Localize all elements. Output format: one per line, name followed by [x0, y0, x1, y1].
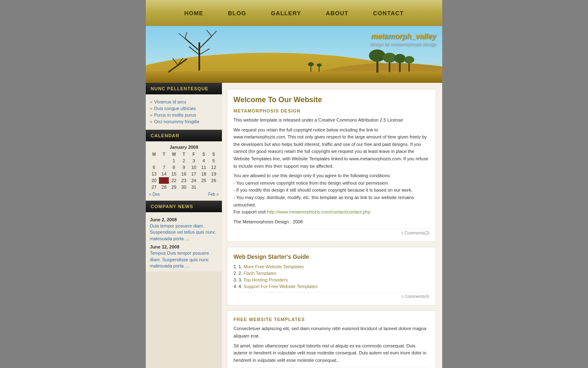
calendar-day[interactable]: 10	[189, 164, 199, 171]
calendar-header: F	[189, 151, 199, 157]
calendar-day	[159, 157, 169, 164]
calendar-day[interactable]: 24	[189, 177, 199, 184]
sidebar-section-links: NUNC PELLENTESQUE »Vivamus id arcu»Duis …	[146, 83, 222, 129]
calendar-day	[199, 184, 209, 190]
calendar-day[interactable]: 31	[189, 184, 199, 190]
starter-list-item: 3. Top Hosting Providers	[233, 277, 429, 282]
article3-body2: Sit amet, tation ullamcorper suscipit lo…	[233, 342, 429, 364]
sidebar-calendar-section: CALENDAR January 2008MTWTFSS123456789101…	[146, 130, 222, 200]
calendar-day[interactable]: 1	[169, 157, 179, 164]
calendar-day[interactable]: 22	[169, 177, 179, 184]
calendar-day[interactable]: 20	[149, 177, 159, 184]
article2-title: Web Design Starter's Guide	[233, 253, 429, 260]
sidebar-link-item: »Duis congue ultricies	[150, 106, 218, 111]
calendar-day[interactable]: 15	[169, 171, 179, 177]
calendar-day[interactable]: 14	[159, 171, 169, 177]
article1-body2: We request you retain the full copyright…	[233, 127, 429, 170]
calendar-day[interactable]: 16	[179, 171, 189, 177]
article3-subtitle: FREE WEBSITE TEMPLATES	[233, 317, 429, 322]
sidebar-links-content: »Vivamus id arcu»Duis congue ultricies»P…	[146, 94, 222, 129]
main-content: Welcome To Our Website METAMORPHOSIS DES…	[222, 83, 442, 368]
news-date: June 2, 2008	[150, 217, 218, 222]
calendar-day	[209, 184, 219, 190]
calendar-day[interactable]: 7	[159, 164, 169, 171]
calendar-day[interactable]: 18	[199, 171, 209, 177]
article3-body1: Consectetuer adipiscing elit, sed diam n…	[233, 325, 429, 340]
calendar-day[interactable]: 17	[189, 171, 199, 177]
calendar-day[interactable]: 2	[179, 157, 189, 164]
article-free-templates: FREE WEBSITE TEMPLATES Consectetuer adip…	[227, 310, 436, 368]
nav-item-blog[interactable]: BLOG	[228, 10, 246, 16]
news-link-item: Duis tempor posuere diam. Suspendisse ve…	[150, 223, 218, 242]
sidebar-news-title: COMPANY NEWS	[146, 201, 222, 212]
article2-comments[interactable]: ◊ Comments(4)	[401, 294, 429, 299]
article1-footer: ◊ Comments(2)	[233, 229, 429, 235]
news-link[interactable]: Tempus Duis tempor posuere diam. Suspend…	[150, 251, 209, 268]
calendar-table: MTWTFSS123456789101112131415161718192021…	[149, 151, 219, 190]
calendar-month: January 2008	[149, 145, 219, 150]
calendar-day[interactable]: 12	[209, 164, 219, 171]
article2-footer: ◊ Comments(4)	[233, 292, 429, 299]
svg-rect-3	[146, 71, 442, 83]
sidebar-link[interactable]: Orci nonummy fringilla	[154, 119, 199, 124]
calendar-header: T	[179, 151, 189, 157]
starter-link[interactable]: More Free Website Templates	[243, 264, 303, 269]
svg-point-23	[404, 56, 414, 63]
support-link[interactable]: http://www.metamorphozis.com/contact/con…	[267, 209, 370, 214]
nav-item-contact[interactable]: CONTACT	[373, 10, 404, 16]
sidebar-link[interactable]: Duis congue ultricies	[154, 106, 196, 111]
calendar-day[interactable]: 23	[179, 177, 189, 184]
calendar-day[interactable]: 28	[159, 184, 169, 190]
news-date: June 12, 2008	[150, 244, 218, 249]
calendar-day[interactable]: 30	[179, 184, 189, 190]
sidebar-link[interactable]: Purus in mollis purus	[154, 113, 196, 117]
calendar-day[interactable]: 3	[189, 157, 199, 164]
calendar-day[interactable]: 13	[149, 171, 159, 177]
article-web-starter: Web Design Starter's Guide 1. More Free …	[227, 247, 436, 305]
article1-title: Welcome To Our Website	[233, 96, 429, 104]
calendar-header: T	[159, 151, 169, 157]
starter-link[interactable]: Support For Free Website Templates	[243, 284, 317, 289]
calendar-header: M	[149, 151, 159, 157]
calendar-day[interactable]: 4	[199, 157, 209, 164]
sidebar-link-item: »Purus in mollis purus	[150, 113, 218, 117]
calendar-day[interactable]: 5	[209, 157, 219, 164]
site-header: metamorph_valley design by metamorphosis…	[146, 26, 442, 83]
starter-link[interactable]: Top Hosting Providers	[243, 277, 288, 282]
starter-link[interactable]: Flash Templates	[243, 271, 276, 276]
calendar-day[interactable]: 26	[209, 177, 219, 184]
news-link-item: Tempus Duis tempor posuere diam. Suspend…	[150, 250, 218, 269]
sidebar-section1-title: NUNC PELLENTESQUE	[146, 83, 222, 94]
svg-point-21	[394, 54, 406, 63]
calendar-day[interactable]: 9	[179, 164, 189, 171]
nav-item-home[interactable]: HOME	[184, 10, 203, 16]
arrow-icon: »	[150, 106, 152, 111]
sidebar: NUNC PELLENTESQUE »Vivamus id arcu»Duis …	[146, 83, 222, 368]
content-wrapper: NUNC PELLENTESQUE »Vivamus id arcu»Duis …	[146, 83, 442, 368]
nav-item-about[interactable]: ABOUT	[326, 10, 348, 16]
calendar-day[interactable]: 21	[159, 177, 169, 184]
svg-point-17	[369, 49, 385, 62]
starter-list-item: 2. Flash Templates	[233, 271, 429, 276]
article1-body1: This website template is released under …	[233, 117, 429, 124]
calendar-day[interactable]: 11	[199, 164, 209, 171]
sidebar-link[interactable]: Vivamus id arcu	[154, 99, 186, 104]
calendar-day[interactable]: 27	[149, 184, 159, 190]
calendar-prev[interactable]: « Des	[149, 192, 160, 197]
arrow-icon: »	[150, 113, 152, 117]
calendar-day[interactable]: 6	[149, 164, 159, 171]
calendar-day[interactable]: 25	[199, 177, 209, 184]
calendar-header: S	[199, 151, 209, 157]
main-nav: HOMEBLOGGALLERYABOUTCONTACT	[146, 0, 442, 26]
calendar-day[interactable]: 8	[169, 164, 179, 171]
nav-item-gallery[interactable]: GALLERY	[271, 10, 301, 16]
calendar-day[interactable]: 29	[169, 184, 179, 190]
svg-point-19	[383, 53, 396, 63]
calendar: January 2008MTWTFSS123456789101112131415…	[146, 141, 222, 200]
sidebar-news-content: June 2, 2008Duis tempor posuere diam. Su…	[146, 212, 222, 272]
article1-comments[interactable]: ◊ Comments(2)	[401, 231, 429, 235]
calendar-next[interactable]: Feb »	[208, 192, 219, 197]
news-link[interactable]: Duis tempor posuere diam. Suspendisse ve…	[150, 223, 215, 241]
starter-list-item: 1. More Free Website Templates	[233, 264, 429, 269]
calendar-day[interactable]: 19	[209, 171, 219, 177]
